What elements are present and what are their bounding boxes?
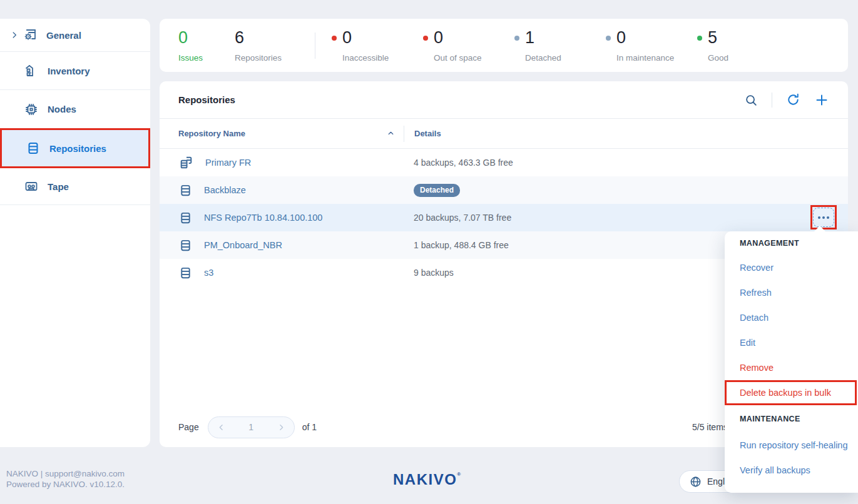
stat-good: 5 Good [697, 28, 771, 62]
sidebar-item-label: Repositories [49, 143, 106, 154]
stat-value: 1 [525, 28, 534, 48]
table-row[interactable]: Backblaze Detached [160, 176, 848, 204]
stat-repositories: 6 Repositories [235, 28, 310, 62]
stat-label: Repositories [235, 53, 310, 63]
footer-support-line: NAKIVO | support@nakivo.com [6, 469, 125, 480]
sidebar-item-repositories[interactable]: Repositories [0, 128, 150, 168]
status-dot-gray [514, 36, 519, 41]
chip-icon [24, 102, 39, 117]
repository-icon [178, 266, 193, 280]
repository-details: 4 backups, 463.3 GB free [404, 158, 513, 168]
registered-mark: ® [457, 471, 461, 477]
repository-name[interactable]: Primary FR [205, 158, 251, 168]
repository-name[interactable]: Backblaze [204, 185, 246, 195]
tape-icon [24, 179, 39, 194]
refresh-icon[interactable] [786, 93, 800, 107]
stat-value: 0 [616, 28, 626, 48]
annotation-box-row-menu [810, 205, 837, 229]
repository-icon [26, 141, 41, 156]
sidebar-item-inventory[interactable]: Inventory [0, 52, 150, 90]
row-actions-ellipsis-button[interactable] [813, 208, 834, 227]
gear-window-icon [23, 28, 38, 43]
menu-item-verify-all-backups[interactable]: Verify all backups [725, 458, 858, 483]
page-of-label: of 1 [302, 422, 317, 432]
sidebar-item-label: Nodes [48, 104, 76, 114]
menu-section-management: MANAGEMENT [725, 231, 858, 255]
chevron-right-icon[interactable] [10, 31, 19, 39]
search-icon[interactable] [744, 93, 758, 107]
stat-label: Issues [178, 53, 217, 63]
stat-issues: 0 Issues [178, 28, 217, 62]
repository-name[interactable]: PM_Onboard_NBR [204, 240, 282, 250]
repository-group-icon [178, 155, 194, 171]
repository-icon [178, 211, 193, 225]
column-repository-name[interactable]: Repository Name [160, 129, 404, 138]
stat-value: 6 [235, 28, 244, 48]
stat-label: Good [697, 53, 771, 63]
stat-value: 0 [434, 28, 443, 48]
stat-label: In maintenance [606, 53, 697, 63]
repository-details: 9 backups [404, 268, 454, 278]
inventory-icon [24, 63, 39, 78]
page-selector[interactable]: 1 [208, 416, 295, 438]
add-icon[interactable] [814, 93, 829, 108]
sidebar-item-general[interactable]: General [0, 19, 150, 52]
stat-value: 0 [178, 28, 188, 48]
repository-icon [178, 238, 193, 253]
stat-out-of-space: 0 Out of space [423, 28, 514, 62]
sidebar-item-label: General [46, 30, 81, 41]
current-page: 1 [248, 422, 253, 432]
stats-divider [315, 33, 315, 59]
status-dot-red [332, 36, 337, 41]
menu-item-refresh[interactable]: Refresh [725, 280, 858, 305]
table-column-headers: Repository Name Details [160, 119, 848, 149]
repository-details: 1 backup, 488.4 GB free [404, 240, 509, 250]
stat-value: 5 [708, 28, 717, 48]
sidebar: General Inventory Nodes [0, 19, 150, 447]
panel-header: Repositories [160, 81, 848, 119]
stat-label: Out of space [423, 53, 514, 63]
menu-item-delete-backups-in-bulk[interactable]: Delete backups in bulk [725, 380, 858, 405]
items-count: 5/5 items [692, 422, 728, 432]
menu-item-detach[interactable]: Detach [725, 305, 858, 330]
sidebar-item-nodes[interactable]: Nodes [0, 90, 150, 128]
menu-item-remove[interactable]: Remove [725, 355, 858, 380]
actions-divider [772, 93, 772, 108]
ellipsis-dot [827, 216, 829, 219]
repository-details: 20 backups, 7.07 TB free [404, 213, 511, 223]
ellipsis-dot [822, 216, 825, 219]
globe-icon [690, 476, 702, 488]
next-page-icon[interactable] [277, 423, 285, 431]
status-dot-gray [606, 36, 611, 41]
sort-ascending-icon[interactable] [387, 129, 395, 138]
detached-status-badge: Detached [414, 184, 460, 197]
stat-label: Inaccessible [332, 53, 423, 63]
stat-inaccessible: 0 Inaccessible [332, 28, 423, 62]
column-details[interactable]: Details [404, 129, 441, 138]
sidebar-item-label: Inventory [48, 66, 90, 76]
menu-item-edit[interactable]: Edit [725, 330, 858, 355]
sidebar-item-tape[interactable]: Tape [0, 168, 150, 205]
repository-context-menu: MANAGEMENT Recover Refresh Detach Edit R… [725, 231, 858, 493]
menu-item-run-repository-self-healing[interactable]: Run repository self-healing [725, 433, 858, 458]
previous-page-icon[interactable] [217, 423, 225, 431]
panel-title: Repositories [178, 94, 235, 105]
repository-summary-bar: 0 Issues 6 Repositories 0 Inaccessible 0… [160, 19, 848, 72]
menu-section-maintenance: MAINTENANCE [725, 405, 858, 433]
menu-item-recover[interactable]: Recover [725, 255, 858, 280]
stat-detached: 1 Detached [514, 28, 606, 62]
stat-in-maintenance: 0 In maintenance [606, 28, 697, 62]
repository-name[interactable]: s3 [204, 268, 213, 278]
sidebar-item-label: Tape [48, 181, 69, 192]
stat-label: Detached [514, 53, 606, 63]
table-row-highlighted[interactable]: NFS Repo7Tb 10.84.100.100 20 backups, 7.… [160, 204, 848, 231]
repository-name[interactable]: NFS Repo7Tb 10.84.100.100 [204, 213, 322, 223]
table-row[interactable]: Primary FR 4 backups, 463.3 GB free [160, 149, 848, 176]
nakivo-logo: NAKIVO® [393, 471, 461, 488]
footer-version-line: Powered by NAKIVO. v10.12.0. [6, 480, 125, 490]
page-label: Page [178, 422, 199, 432]
footer-support-info: NAKIVO | support@nakivo.com Powered by N… [6, 469, 125, 490]
ellipsis-dot [818, 216, 820, 219]
stat-value: 0 [342, 28, 352, 48]
status-dot-red [423, 36, 428, 41]
